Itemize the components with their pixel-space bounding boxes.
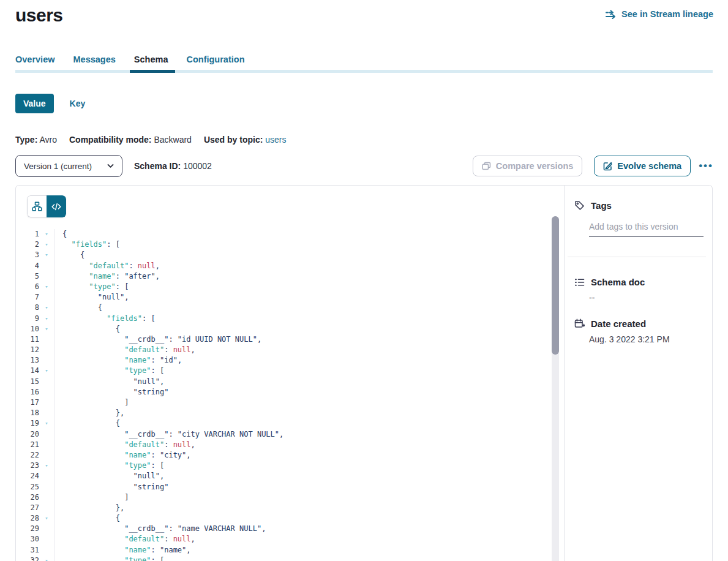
code-text: }, — [54, 503, 552, 513]
line-number: 15 — [16, 377, 39, 387]
code-scrollbar-thumb[interactable] — [552, 216, 559, 355]
meta-label: Used by topic: — [204, 135, 263, 145]
code-line: 15 "null", — [16, 377, 552, 387]
line-number: 16 — [16, 387, 39, 397]
line-number: 7 — [16, 292, 39, 303]
code-text: "name": "id", — [54, 355, 552, 366]
code-text: "fields": [ — [54, 314, 552, 324]
line-number: 22 — [16, 450, 39, 461]
code-text: "null", — [54, 292, 552, 303]
code-line: 23▾ "type": [ — [16, 461, 552, 471]
schema-card: 1▾{2▾ "fields": [3▾ {4 "default": null,5… — [15, 185, 713, 561]
fold-spacer — [39, 261, 54, 271]
code-text: ] — [54, 397, 552, 408]
code-scrollbar-track[interactable] — [552, 216, 559, 561]
tree-view-icon — [32, 201, 42, 211]
line-number: 13 — [16, 355, 39, 366]
stream-lineage-link[interactable]: See in Stream lineage — [606, 9, 713, 19]
line-number: 14 — [16, 366, 39, 376]
fold-toggle-icon[interactable]: ▾ — [39, 239, 54, 250]
code-line: 3▾ { — [16, 250, 552, 260]
code-text: { — [54, 418, 552, 429]
fold-toggle-icon[interactable]: ▾ — [39, 314, 54, 324]
code-line: 24 "null", — [16, 471, 552, 481]
fold-toggle-icon[interactable]: ▾ — [39, 324, 54, 334]
stream-lineage-label: See in Stream lineage — [621, 9, 713, 19]
fold-toggle-icon[interactable]: ▾ — [39, 555, 54, 561]
fold-toggle-icon[interactable]: ▾ — [39, 366, 54, 376]
code-text: "type": [ — [54, 555, 552, 561]
line-number: 31 — [16, 545, 39, 555]
code-text: "__crdb__": "name VARCHAR NULL", — [54, 524, 552, 534]
code-line: 6▾ "type": [ — [16, 282, 552, 292]
code-view-icon — [51, 203, 61, 211]
code-line: 19▾ { — [16, 418, 552, 429]
value-key-toggle: Value Key — [15, 94, 85, 113]
code-line: 31 "name": "name", — [16, 545, 552, 555]
meta-item: Used by topic: users — [204, 135, 287, 145]
fold-spacer — [39, 355, 54, 366]
add-tags-input[interactable] — [589, 220, 704, 237]
code-text: }, — [54, 408, 552, 418]
line-number: 8 — [16, 303, 39, 313]
line-number: 5 — [16, 271, 39, 282]
more-options-button[interactable]: ••• — [699, 156, 713, 176]
line-number: 23 — [16, 461, 39, 471]
tab-configuration[interactable]: Configuration — [186, 55, 244, 70]
code-line: 21 "default": null, — [16, 440, 552, 450]
code-line: 16 "string" — [16, 387, 552, 397]
code-text: "type": [ — [54, 282, 552, 292]
code-line: 17 ] — [16, 397, 552, 408]
tab-overview[interactable]: Overview — [15, 55, 55, 70]
code-text: "null", — [54, 377, 552, 387]
schema-id: Schema ID: 100002 — [134, 161, 212, 171]
code-line: 7 "null", — [16, 292, 552, 303]
tab-schema[interactable]: Schema — [134, 55, 168, 70]
fold-spacer — [39, 334, 54, 345]
code-text: "type": [ — [54, 461, 552, 471]
fold-spacer — [39, 271, 54, 282]
line-number: 9 — [16, 314, 39, 324]
fold-spacer — [39, 524, 54, 534]
value-tab-button[interactable]: Value — [15, 94, 54, 113]
code-line: 8▾ { — [16, 303, 552, 313]
meta-label: Type: — [15, 135, 37, 145]
fold-spacer — [39, 450, 54, 461]
line-number: 28 — [16, 513, 39, 524]
tree-view-button[interactable] — [27, 195, 47, 217]
code-panel: 1▾{2▾ "fields": [3▾ {4 "default": null,5… — [16, 186, 564, 561]
line-number: 32 — [16, 555, 39, 561]
fold-toggle-icon[interactable]: ▾ — [39, 229, 54, 239]
code-view-button[interactable] — [47, 195, 66, 217]
code-text: "default": null, — [54, 534, 552, 544]
code-text: ] — [54, 492, 552, 503]
fold-spacer — [39, 503, 54, 513]
code-text: "name": "city", — [54, 450, 552, 461]
version-select[interactable]: Version 1 (current) — [15, 155, 122, 177]
schema-code-editor[interactable]: 1▾{2▾ "fields": [3▾ {4 "default": null,5… — [16, 229, 552, 561]
code-line: 11 "__crdb__": "id UUID NOT NULL", — [16, 334, 552, 345]
tab-bar: OverviewMessagesSchemaConfiguration — [15, 55, 713, 73]
line-number: 18 — [16, 408, 39, 418]
code-text: { — [54, 303, 552, 313]
line-number: 17 — [16, 397, 39, 408]
code-line: 28▾ { — [16, 513, 552, 524]
line-number: 11 — [16, 334, 39, 345]
compare-versions-button[interactable]: Compare versions — [473, 156, 583, 176]
fold-toggle-icon[interactable]: ▾ — [39, 282, 54, 292]
fold-toggle-icon[interactable]: ▾ — [39, 461, 54, 471]
line-number: 26 — [16, 492, 39, 503]
tab-messages[interactable]: Messages — [73, 55, 116, 70]
fold-toggle-icon[interactable]: ▾ — [39, 250, 54, 260]
key-tab-button[interactable]: Key — [70, 99, 86, 108]
fold-spacer — [39, 471, 54, 481]
fold-toggle-icon[interactable]: ▾ — [39, 303, 54, 313]
line-number: 27 — [16, 503, 39, 513]
evolve-schema-button[interactable]: Evolve schema — [594, 156, 691, 176]
line-number: 12 — [16, 345, 39, 355]
fold-toggle-icon[interactable]: ▾ — [39, 513, 54, 524]
code-text: "default": null, — [54, 261, 552, 271]
topic-link[interactable]: users — [263, 135, 286, 145]
code-text: "name": "name", — [54, 545, 552, 555]
fold-toggle-icon[interactable]: ▾ — [39, 418, 54, 429]
